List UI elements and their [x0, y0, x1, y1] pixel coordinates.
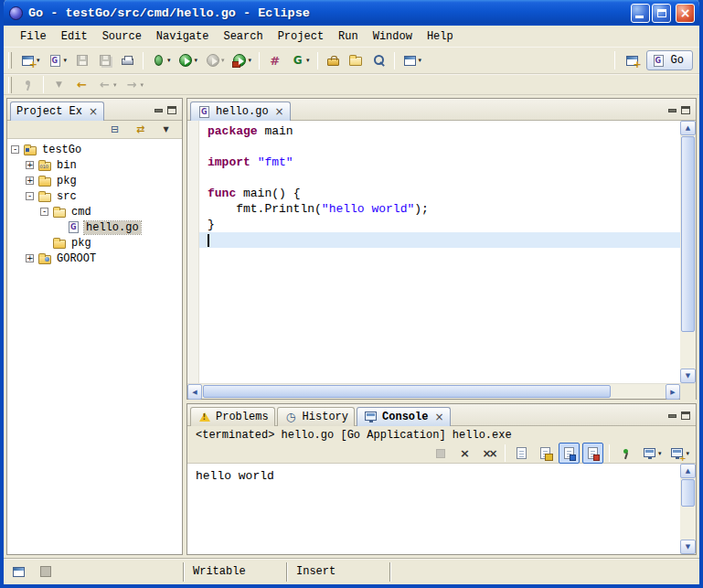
- tab-problems[interactable]: Problems: [190, 407, 275, 426]
- close-icon[interactable]: ×: [89, 106, 98, 117]
- scroll-down-button[interactable]: ▼: [680, 369, 696, 383]
- menu-navigate[interactable]: Navigate: [149, 28, 217, 45]
- tab-hello-go[interactable]: hello.go ×: [190, 102, 291, 121]
- code-line[interactable]: [199, 170, 680, 186]
- scroll-lock-button[interactable]: [535, 443, 556, 464]
- dropdown-arrow-icon[interactable]: ▾: [686, 450, 689, 457]
- scroll-up-button[interactable]: ▲: [680, 121, 696, 135]
- next-annotation-button[interactable]: ▼: [48, 74, 69, 95]
- dropdown-arrow-icon[interactable]: ▾: [419, 57, 422, 64]
- close-button[interactable]: ×: [676, 4, 695, 23]
- tree-item-src[interactable]: -src: [7, 188, 182, 204]
- project-tree[interactable]: -testGo+bin+pkg-src-cmdhello.gopkg+GOROO…: [7, 139, 182, 554]
- scroll-right-button[interactable]: ▶: [666, 384, 680, 400]
- menu-search[interactable]: Search: [216, 28, 270, 45]
- debug-button[interactable]: ▾: [148, 50, 174, 71]
- maximize-view-button[interactable]: [681, 106, 690, 114]
- last-edit-location-button[interactable]: ←: [71, 74, 92, 95]
- code-line[interactable]: }: [199, 217, 680, 232]
- tree-expander-icon[interactable]: +: [26, 176, 34, 185]
- remove-launch-button[interactable]: ×: [454, 443, 475, 464]
- dropdown-arrow-icon[interactable]: ▾: [167, 57, 171, 64]
- menu-project[interactable]: Project: [271, 28, 331, 45]
- minimize-button[interactable]: [631, 4, 650, 23]
- maximize-button[interactable]: [652, 4, 671, 23]
- tree-expander-icon[interactable]: -: [26, 192, 34, 200]
- show-stderr-button[interactable]: [582, 443, 603, 464]
- scroll-down-button[interactable]: ▼: [680, 540, 696, 554]
- scroll-track[interactable]: [202, 384, 666, 399]
- editor-horizontal-scrollbar[interactable]: ◀ ▶: [187, 383, 696, 399]
- view-menu-button[interactable]: ▼: [155, 119, 176, 140]
- scroll-thumb[interactable]: [681, 136, 695, 332]
- collapse-all-button[interactable]: ⊟: [104, 119, 125, 140]
- console-output[interactable]: hello world: [187, 464, 680, 554]
- console-vertical-scrollbar[interactable]: ▲ ▼: [680, 464, 696, 554]
- print-button[interactable]: [117, 50, 138, 71]
- tree-item-pkg[interactable]: pkg: [7, 235, 182, 251]
- display-console-button[interactable]: ▾: [639, 443, 665, 464]
- external-tools-button[interactable]: ▾: [229, 50, 255, 71]
- maximize-view-button[interactable]: [681, 412, 690, 420]
- open-folder-button[interactable]: [346, 50, 367, 71]
- save-all-button[interactable]: [94, 50, 115, 71]
- code-editor[interactable]: package mainimport "fmt"func main() { fm…: [199, 121, 680, 383]
- editor-vertical-scrollbar[interactable]: ▲ ▼: [680, 121, 696, 383]
- dropdown-arrow-icon[interactable]: ▾: [141, 81, 144, 89]
- annotation-ruler[interactable]: [187, 121, 199, 383]
- tab-console[interactable]: Console×: [357, 407, 450, 426]
- minimize-view-button[interactable]: [668, 109, 676, 112]
- titlebar[interactable]: Go - testGo/src/cmd/hello.go - Eclipse ×: [4, 0, 699, 26]
- dropdown-arrow-icon[interactable]: ▾: [221, 57, 225, 64]
- forward-button[interactable]: →▾: [122, 74, 147, 95]
- new-go-package-button[interactable]: #: [264, 50, 285, 71]
- open-console-button[interactable]: +▾: [666, 443, 692, 464]
- tree-item-pkg[interactable]: +pkg: [7, 173, 182, 188]
- dropdown-arrow-icon[interactable]: ▾: [195, 57, 198, 64]
- link-with-editor-button[interactable]: ⇄: [130, 119, 151, 140]
- menu-help[interactable]: Help: [420, 28, 461, 45]
- tree-expander-icon[interactable]: +: [26, 161, 34, 169]
- code-line[interactable]: import "fmt": [199, 155, 680, 170]
- minimized-view-icon[interactable]: [37, 564, 53, 579]
- maximize-view-button[interactable]: [167, 106, 176, 114]
- scroll-thumb[interactable]: [681, 479, 695, 507]
- close-icon[interactable]: ×: [434, 412, 443, 422]
- dropdown-arrow-icon[interactable]: ▾: [249, 57, 252, 64]
- scroll-track[interactable]: [680, 478, 696, 540]
- pin-console-button[interactable]: [615, 443, 636, 464]
- go-perspective-button[interactable]: Go: [646, 50, 693, 70]
- tree-item-bin[interactable]: +bin: [7, 157, 182, 173]
- minimize-view-button[interactable]: [154, 109, 163, 112]
- scroll-track[interactable]: [680, 135, 696, 369]
- toolbar-grip[interactable]: [8, 52, 12, 69]
- code-line[interactable]: [199, 232, 680, 248]
- tree-expander-icon[interactable]: +: [26, 254, 34, 262]
- dropdown-arrow-icon[interactable]: ▾: [64, 57, 68, 64]
- dropdown-arrow-icon[interactable]: ▾: [113, 81, 117, 89]
- menu-window[interactable]: Window: [366, 28, 420, 45]
- remove-all-launches-button[interactable]: ××: [478, 443, 499, 464]
- scroll-thumb[interactable]: [203, 385, 611, 398]
- code-line[interactable]: package main: [199, 123, 680, 139]
- tab-history[interactable]: ◷History: [277, 407, 355, 426]
- menu-source[interactable]: Source: [95, 28, 149, 45]
- tree-expander-icon[interactable]: -: [40, 208, 48, 216]
- run-history-button[interactable]: ▾: [202, 50, 228, 71]
- new-go-element-button[interactable]: ▾: [45, 50, 70, 71]
- menu-run[interactable]: Run: [331, 28, 366, 45]
- toolbar-grip[interactable]: [8, 77, 12, 93]
- scroll-left-button[interactable]: ◀: [187, 384, 202, 400]
- pin-editor-button[interactable]: [17, 74, 38, 95]
- terminate-button[interactable]: [431, 443, 452, 464]
- run-button[interactable]: ▾: [176, 50, 201, 71]
- open-perspective-button[interactable]: [622, 50, 643, 71]
- tab-project-explorer[interactable]: Project Ex ×: [10, 102, 104, 121]
- search-button[interactable]: [368, 50, 389, 71]
- tree-expander-icon[interactable]: -: [11, 145, 19, 154]
- code-line[interactable]: [199, 139, 680, 155]
- show-stdout-button[interactable]: [559, 443, 580, 464]
- tree-item-cmd[interactable]: -cmd: [7, 204, 182, 219]
- close-icon[interactable]: ×: [275, 106, 284, 117]
- tree-item-goroot[interactable]: +GOROOT: [7, 251, 182, 266]
